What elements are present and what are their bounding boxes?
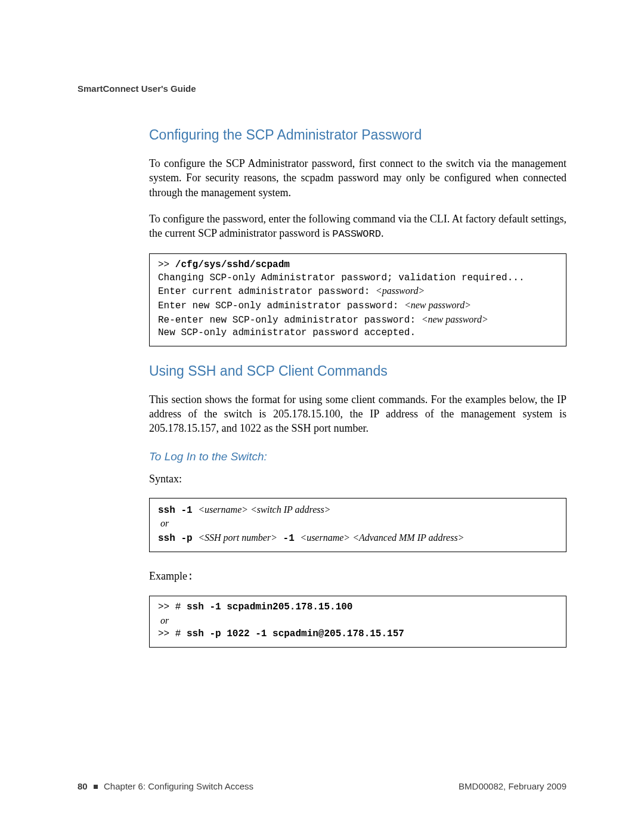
code-line: or bbox=[158, 616, 169, 627]
code-line: Enter new SCP-only administrator passwor… bbox=[158, 301, 471, 311]
body-paragraph: This section shows the format for using … bbox=[149, 392, 566, 436]
code-block-scpadm: >> /cfg/sys/sshd/scpadm Changing SCP-onl… bbox=[149, 253, 566, 346]
footer-left: 80 Chapter 6: Configuring Switch Access bbox=[78, 781, 253, 791]
text-run: Example bbox=[149, 570, 187, 582]
code-line: New SCP-only administrator password acce… bbox=[158, 327, 416, 338]
text-run: : bbox=[187, 571, 194, 583]
main-content: Configuring the SCP Administrator Passwo… bbox=[149, 127, 566, 648]
subheading-login-switch: To Log In to the Switch: bbox=[149, 450, 566, 463]
example-label: Example: bbox=[149, 569, 566, 584]
text-run: . bbox=[381, 227, 384, 239]
code-line: >> # ssh -1 scpadmin205.178.15.100 bbox=[158, 602, 352, 612]
inline-code: PASSWORD bbox=[332, 228, 381, 240]
page: SmartConnect User's Guide Configuring th… bbox=[0, 0, 644, 833]
code-line: or bbox=[158, 519, 169, 529]
code-line: >> # ssh -p 1022 -1 scpadmin@205.178.15.… bbox=[158, 628, 404, 639]
page-footer: 80 Chapter 6: Configuring Switch Access … bbox=[78, 781, 566, 791]
code-line: Changing SCP-only Administrator password… bbox=[158, 272, 525, 283]
code-line: ssh -p <SSH port number> -1 <username> <… bbox=[158, 533, 464, 544]
running-header: SmartConnect User's Guide bbox=[78, 83, 566, 94]
code-line: >> /cfg/sys/sshd/scpadm bbox=[158, 259, 290, 270]
page-number: 80 bbox=[78, 781, 88, 791]
chapter-label: Chapter 6: Configuring Switch Access bbox=[104, 781, 253, 791]
section-heading-scp-password: Configuring the SCP Administrator Passwo… bbox=[149, 127, 566, 143]
code-line: Re-enter new SCP-only administrator pass… bbox=[158, 315, 488, 326]
body-paragraph: To configure the password, enter the fol… bbox=[149, 212, 566, 241]
body-paragraph: To configure the SCP Administrator passw… bbox=[149, 156, 566, 200]
footer-right: BMD00082, February 2009 bbox=[459, 781, 566, 791]
separator-icon bbox=[94, 785, 98, 789]
syntax-label: Syntax: bbox=[149, 472, 566, 486]
section-heading-ssh-scp: Using SSH and SCP Client Commands bbox=[149, 363, 566, 379]
code-line: ssh -1 <username> <switch IP address> bbox=[158, 505, 331, 516]
code-block-example: >> # ssh -1 scpadmin205.178.15.100 or >>… bbox=[149, 596, 566, 648]
code-line: Enter current administrator password: <p… bbox=[158, 286, 425, 297]
code-block-syntax: ssh -1 <username> <switch IP address> or… bbox=[149, 498, 566, 552]
